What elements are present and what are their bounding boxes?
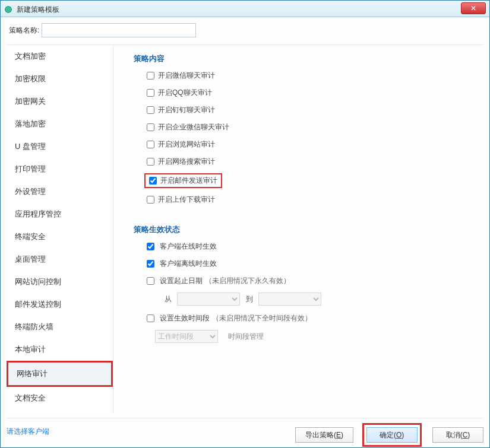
- content-check-label: 开启上传下载审计: [158, 195, 215, 204]
- time-manage-link[interactable]: 时间段管理: [228, 332, 264, 341]
- to-label: 到: [246, 295, 253, 303]
- sidebar-item[interactable]: 文档加密: [7, 45, 113, 68]
- policy-name-row: 策略名称:: [1, 17, 489, 41]
- content-check[interactable]: [147, 141, 154, 148]
- content-check-label: 开启企业微信聊天审计: [158, 123, 229, 131]
- content-check-row: 开启上传下载审计: [144, 194, 478, 205]
- daterange-line: 从 到: [161, 293, 478, 306]
- time-preset-select[interactable]: 工作时间段: [155, 330, 218, 343]
- sidebar-item[interactable]: 网站访问控制: [7, 271, 113, 293]
- timerange-check[interactable]: [147, 314, 154, 322]
- footer-buttons: 导出策略(E) 确定(O) 取消(C): [287, 423, 483, 447]
- daterange-label: 设置起止日期: [160, 277, 203, 285]
- timerange-line: 工作时间段 时间段管理: [155, 330, 478, 343]
- sidebar-item[interactable]: 应用程序管控: [7, 203, 113, 225]
- eff-offline-label: 客户端离线时生效: [160, 259, 217, 268]
- titlebar: 新建策略模板 ✕: [1, 1, 489, 17]
- content-check-row: 开启邮件发送审计: [144, 173, 478, 188]
- sidebar-item[interactable]: 文档安全: [7, 387, 113, 409]
- content-checks: 开启微信聊天审计开启QQ聊天审计开启钉钉聊天审计开启企业微信聊天审计开启浏览网站…: [134, 70, 478, 205]
- content-check-row: 开启钉钉聊天审计: [144, 104, 478, 116]
- close-button[interactable]: ✕: [461, 2, 486, 14]
- sidebar-item[interactable]: U 盘管理: [7, 135, 113, 158]
- content-check[interactable]: [147, 106, 154, 114]
- content-check-label: 开启微信聊天审计: [158, 71, 215, 80]
- from-date-select[interactable]: [177, 293, 240, 306]
- content-check-row: 开启QQ聊天审计: [144, 87, 478, 99]
- sidebar-item[interactable]: 加密网关: [7, 90, 113, 113]
- sidebar-item[interactable]: 终端防火墙: [7, 316, 113, 338]
- ok-button-highlight: 确定(O): [362, 423, 422, 447]
- daterange-check[interactable]: [147, 277, 154, 285]
- dialog-footer: 请选择客户端 导出策略(E) 确定(O) 取消(C): [7, 418, 483, 441]
- sidebar-item[interactable]: 外设管理: [7, 180, 113, 203]
- export-button[interactable]: 导出策略(E): [295, 427, 353, 443]
- section-content-title: 策略内容: [134, 53, 478, 64]
- sidebar-item[interactable]: 加密权限: [7, 68, 113, 90]
- content-check[interactable]: [149, 177, 157, 185]
- content-check-label: 开启钉钉聊天审计: [158, 106, 215, 114]
- content-check-label: 开启网络搜索审计: [158, 157, 215, 166]
- from-label: 从: [165, 295, 172, 303]
- content-check[interactable]: [147, 196, 154, 204]
- section-effect-title: 策略生效状态: [134, 224, 478, 235]
- select-client-hint[interactable]: 请选择客户端: [7, 427, 49, 437]
- sidebar-item[interactable]: 本地审计: [7, 338, 113, 361]
- content-check[interactable]: [147, 158, 154, 166]
- cancel-button[interactable]: 取消(C): [432, 427, 483, 443]
- content-check[interactable]: [147, 72, 154, 80]
- timerange-label: 设置生效时间段: [160, 314, 210, 322]
- eff-online-check[interactable]: [147, 243, 154, 250]
- sidebar-item[interactable]: 邮件发送控制: [7, 293, 113, 316]
- app-icon: [4, 5, 12, 14]
- eff-offline-check[interactable]: [147, 260, 154, 268]
- content-check[interactable]: [147, 89, 154, 97]
- content-check-row: 开启企业微信聊天审计: [144, 122, 478, 133]
- sidebar-item[interactable]: 审批流程: [7, 409, 113, 413]
- content-check[interactable]: [147, 123, 154, 131]
- ok-button[interactable]: 确定(O): [366, 427, 418, 443]
- eff-online-label: 客户端在线时生效: [160, 242, 217, 250]
- sidebar-item[interactable]: 打印管理: [7, 158, 113, 180]
- policy-name-input[interactable]: [42, 23, 196, 37]
- sidebar-item[interactable]: 终端安全: [7, 225, 113, 248]
- dialog-body: 文档加密加密权限加密网关落地加密U 盘管理打印管理外设管理应用程序管控终端安全桌…: [7, 45, 483, 413]
- sidebar-item[interactable]: 落地加密: [7, 113, 113, 135]
- main-content: 策略内容 开启微信聊天审计开启QQ聊天审计开启钉钉聊天审计开启企业微信聊天审计开…: [119, 45, 483, 413]
- content-check-label: 开启QQ聊天审计: [158, 88, 212, 97]
- window-title: 新建策略模板: [17, 5, 59, 14]
- dialog-window: 新建策略模板 ✕ 策略名称: 文档加密加密权限加密网关落地加密U 盘管理打印管理…: [0, 0, 490, 448]
- content-check-row: 开启微信聊天审计: [144, 70, 478, 81]
- to-date-select[interactable]: [258, 293, 321, 306]
- content-check-row: 开启网络搜索审计: [144, 156, 478, 167]
- policy-name-label: 策略名称:: [9, 26, 39, 34]
- sidebar-item[interactable]: 网络审计: [7, 361, 113, 387]
- effective-block: 客户端在线时生效 客户端离线时生效 设置起止日期 （未启用情况下永久有效） 从 …: [134, 241, 478, 343]
- category-sidebar[interactable]: 文档加密加密权限加密网关落地加密U 盘管理打印管理外设管理应用程序管控终端安全桌…: [7, 45, 113, 413]
- content-check-label: 开启邮件发送审计: [160, 176, 217, 185]
- daterange-note: （未启用情况下永久有效）: [205, 277, 290, 285]
- content-check-row: 开启浏览网站审计: [144, 139, 478, 150]
- content-check-label: 开启浏览网站审计: [158, 140, 215, 148]
- sidebar-item[interactable]: 桌面管理: [7, 248, 113, 271]
- timerange-note: （未启用情况下全时间段有效）: [212, 314, 312, 322]
